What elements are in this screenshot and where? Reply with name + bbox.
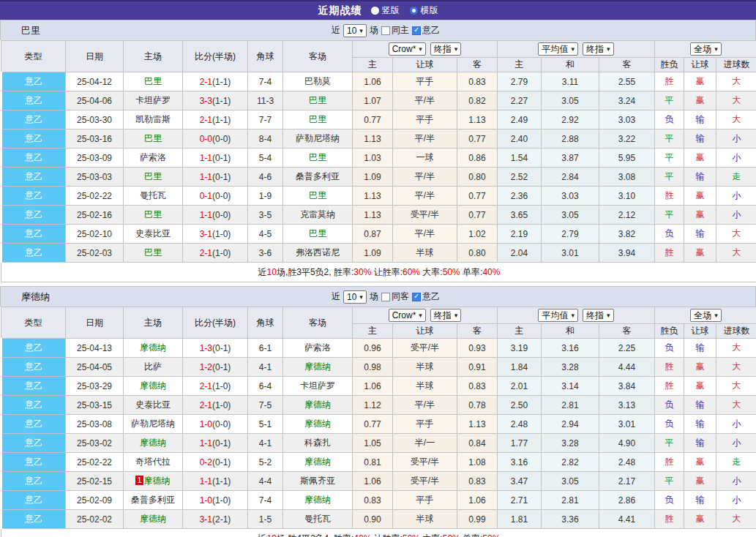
scope-select[interactable]: 全场▾ [690, 309, 722, 322]
away-team-cell: 摩德纳 [283, 358, 353, 377]
fulltime-score: 2-1 [200, 77, 212, 87]
chevron-down-icon: ▾ [607, 310, 610, 320]
filter-controls: 近10▾场同主意乙 [332, 24, 440, 37]
match-row: 意乙25-02-16巴里1-1(0-0)3-5克雷莫纳1.13受平/半0.773… [1, 206, 756, 225]
home-team-cell: 卡坦萨罗 [124, 91, 183, 110]
odds-time-select[interactable]: 终指▾ [430, 309, 462, 322]
result-goals-cell: 小 [716, 129, 756, 149]
league-filter-checkbox[interactable]: 意乙 [412, 290, 440, 303]
halftime-score: (1-0) [212, 495, 231, 506]
away-team-name: 巴里 [309, 114, 326, 124]
avg-home-odds-cell: 2.71 [498, 491, 542, 510]
chevron-down-icon: ▾ [714, 310, 718, 320]
result-scope-header: 全场▾ [655, 307, 756, 324]
avg-away-odds-cell: 3.13 [599, 396, 655, 415]
corners-cell: 1-9 [248, 187, 283, 206]
checkbox-label: 意乙 [422, 24, 440, 37]
corners-cell: 7-4 [248, 491, 283, 510]
date-cell: 25-02-16 [66, 206, 124, 225]
away-team-cell: 斯佩齐亚 [283, 472, 353, 491]
home-team-cell: 巴里 [124, 206, 183, 225]
ah-line-cell: 平/半 [393, 396, 457, 415]
avg-select[interactable]: 平均值▾ [538, 309, 578, 322]
result-handicap-cell: 赢 [684, 149, 716, 168]
avg-away-odds-cell: 2.86 [599, 491, 655, 510]
match-row: 意乙25-02-151摩德纳1-1(1-1)4-4斯佩齐亚1.06受平/半0.8… [1, 472, 756, 491]
league-cell: 意乙 [1, 453, 66, 472]
result-goals-cell: 大 [716, 244, 756, 263]
ah-line-cell: 一球 [393, 149, 457, 168]
corners-cell: 4-4 [248, 472, 283, 491]
chevron-down-icon: ▾ [454, 44, 458, 54]
match-row: 意乙25-03-16巴里0-0(0-0)8-4萨勒尼塔纳1.13平/半0.772… [1, 129, 756, 149]
fulltime-score: 1-0 [200, 419, 212, 429]
score-cell: 0-1(0-0) [183, 187, 248, 206]
fulltime-score: 1-1 [200, 210, 212, 220]
col-header-away: 客场 [283, 307, 353, 339]
checkbox-label: 意乙 [422, 290, 440, 303]
avg-select[interactable]: 平均值▾ [538, 42, 578, 56]
summary-text: 50% [403, 533, 420, 537]
halftime-score: (0-1) [212, 343, 231, 353]
ah-home-odds-cell: 1.03 [353, 149, 393, 168]
summary-text: 让胜率: [371, 533, 403, 537]
date-cell: 25-03-03 [66, 168, 124, 187]
away-team-name: 克雷莫纳 [300, 209, 335, 219]
view-mode-radio[interactable]: 横版 [410, 4, 438, 17]
halftime-score: (0-0) [212, 210, 231, 220]
ah-home-odds-cell: 0.90 [353, 510, 393, 529]
avg-draw-odds-cell: 3.11 [542, 72, 599, 91]
match-row: 意乙25-02-22曼托瓦0-1(0-0)1-9巴里1.13平/半0.772.3… [1, 187, 756, 206]
ah-home-odds-cell: 1.12 [353, 396, 393, 415]
view-mode-radio[interactable]: 竖版 [371, 4, 400, 17]
result-goals-cell: 大 [716, 72, 756, 91]
scope-select[interactable]: 全场▾ [690, 42, 722, 56]
score-cell: 2-1(1-1) [183, 72, 248, 91]
rounds-select[interactable]: 10▾ [343, 24, 367, 37]
home-team-cell: 巴里 [124, 168, 183, 187]
avg-away-odds-cell: 3.08 [599, 168, 655, 187]
same-venue-checkbox[interactable]: 同客 [381, 290, 409, 303]
fulltime-score: 0-0 [200, 134, 212, 144]
result-outcome-cell: 负 [655, 225, 684, 244]
view-toggle: 竖版横版 [371, 4, 438, 17]
ah-away-odds-cell: 0.93 [457, 339, 498, 358]
radio-label: 竖版 [382, 4, 400, 17]
away-team-cell: 摩德纳 [283, 415, 353, 434]
ah-away-odds-cell: 0.78 [457, 396, 498, 415]
home-team-name: 史泰比亚 [135, 399, 171, 410]
date-cell: 25-03-09 [66, 149, 124, 168]
home-team-name: 摩德纳 [140, 342, 166, 353]
home-team-cell: 巴里 [124, 72, 183, 91]
halftime-score: (1-1) [212, 77, 231, 87]
team-results-section: 巴里 近10▾场同主意乙 类型 日期 主场 比分(半场) 角球 客场 Crow [0, 20, 756, 282]
score-cell: 2-1(1-0) [183, 377, 248, 396]
ah-line-cell: 半球 [393, 244, 457, 263]
match-row: 意乙25-02-22奇塔代拉0-2(0-1)5-2摩德纳0.81受平/半1.08… [1, 453, 756, 472]
avg-time-select[interactable]: 终指▾ [583, 42, 614, 56]
avg-away-odds-cell: 4.41 [599, 510, 655, 529]
results-table: 类型 日期 主场 比分(半场) 角球 客场 Crow*▾终指▾ 平均值▾终指▾ … [0, 40, 756, 282]
odds-time-select[interactable]: 终指▾ [430, 42, 462, 56]
same-venue-checkbox[interactable]: 同主 [381, 24, 409, 37]
select-value: Crow* [392, 44, 416, 54]
fulltime-score: 1-1 [200, 172, 212, 182]
bookmaker-select[interactable]: Crow*▾ [389, 42, 426, 56]
avg-away-odds-cell: 5.95 [599, 149, 655, 168]
ah-line-cell: 半/一 [393, 434, 457, 453]
checkbox-icon [381, 293, 390, 301]
result-outcome-cell: 平 [655, 472, 684, 491]
rounds-select[interactable]: 10▾ [343, 290, 367, 304]
bookmaker-select[interactable]: Crow*▾ [389, 309, 426, 322]
score-cell: 3-3(1-1) [183, 91, 248, 110]
result-outcome-cell: 平 [655, 168, 684, 187]
ah-home-odds-cell: 0.98 [353, 358, 393, 377]
score-cell: 0-2(0-1) [183, 453, 248, 472]
ah-away-odds-cell: 0.77 [457, 129, 498, 149]
avg-time-select[interactable]: 终指▾ [583, 309, 614, 322]
result-handicap-cell: 赢 [684, 377, 716, 396]
team-name: 巴里 [21, 24, 40, 37]
avg-home-odds-cell: 3.65 [498, 206, 542, 225]
league-filter-checkbox[interactable]: 意乙 [412, 24, 440, 37]
away-team-name: 摩德纳 [304, 495, 331, 505]
